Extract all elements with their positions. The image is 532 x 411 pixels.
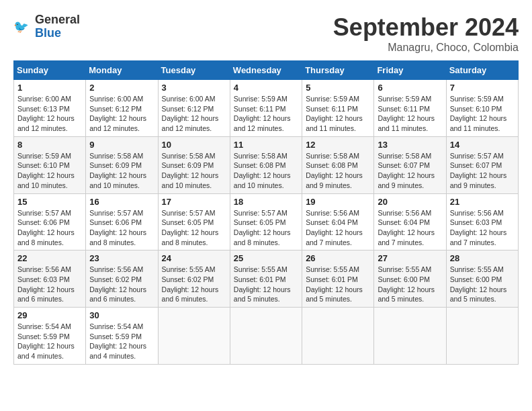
table-row: 12Sunrise: 5:58 AMSunset: 6:08 PMDayligh…: [302, 136, 374, 193]
table-row: 30Sunrise: 5:54 AMSunset: 5:59 PMDayligh…: [86, 308, 158, 365]
table-row: [230, 308, 302, 365]
table-row: 15Sunrise: 5:57 AMSunset: 6:06 PMDayligh…: [14, 193, 86, 250]
col-friday: Friday: [374, 61, 446, 80]
calendar-week-5: 29Sunrise: 5:54 AMSunset: 5:59 PMDayligh…: [14, 308, 519, 365]
table-row: 18Sunrise: 5:57 AMSunset: 6:05 PMDayligh…: [230, 193, 302, 250]
table-row: 22Sunrise: 5:56 AMSunset: 6:03 PMDayligh…: [14, 250, 86, 308]
page-header: 🐦 General Blue September 2024 Managru, C…: [13, 13, 519, 54]
calendar-week-1: 1Sunrise: 6:00 AMSunset: 6:13 PMDaylight…: [14, 80, 519, 137]
svg-text:🐦: 🐦: [13, 19, 29, 34]
table-row: 29Sunrise: 5:54 AMSunset: 5:59 PMDayligh…: [14, 308, 86, 365]
table-row: 20Sunrise: 5:56 AMSunset: 6:04 PMDayligh…: [374, 193, 446, 250]
table-row: 24Sunrise: 5:55 AMSunset: 6:02 PMDayligh…: [158, 250, 230, 308]
table-row: 5Sunrise: 5:59 AMSunset: 6:11 PMDaylight…: [302, 80, 374, 137]
table-row: 19Sunrise: 5:56 AMSunset: 6:04 PMDayligh…: [302, 193, 374, 250]
table-row: 7Sunrise: 5:59 AMSunset: 6:10 PMDaylight…: [446, 80, 518, 137]
calendar-title: September 2024 Managru, Choco, Colombia: [333, 13, 519, 54]
table-row: [158, 308, 230, 365]
calendar-week-4: 22Sunrise: 5:56 AMSunset: 6:03 PMDayligh…: [14, 250, 519, 308]
table-row: 10Sunrise: 5:58 AMSunset: 6:09 PMDayligh…: [158, 136, 230, 193]
logo-text: General Blue: [35, 13, 80, 40]
calendar-header-row: Sunday Monday Tuesday Wednesday Thursday…: [14, 61, 519, 80]
table-row: 4Sunrise: 5:59 AMSunset: 6:11 PMDaylight…: [230, 80, 302, 137]
table-row: 2Sunrise: 6:00 AMSunset: 6:12 PMDaylight…: [86, 80, 158, 137]
table-row: 25Sunrise: 5:55 AMSunset: 6:01 PMDayligh…: [230, 250, 302, 308]
table-row: 3Sunrise: 6:00 AMSunset: 6:12 PMDaylight…: [158, 80, 230, 137]
table-row: 1Sunrise: 6:00 AMSunset: 6:13 PMDaylight…: [14, 80, 86, 137]
col-sunday: Sunday: [14, 61, 86, 80]
table-row: 9Sunrise: 5:58 AMSunset: 6:09 PMDaylight…: [86, 136, 158, 193]
table-row: [374, 308, 446, 365]
table-row: 16Sunrise: 5:57 AMSunset: 6:06 PMDayligh…: [86, 193, 158, 250]
table-row: 13Sunrise: 5:58 AMSunset: 6:07 PMDayligh…: [374, 136, 446, 193]
table-row: 27Sunrise: 5:55 AMSunset: 6:00 PMDayligh…: [374, 250, 446, 308]
calendar-week-3: 15Sunrise: 5:57 AMSunset: 6:06 PMDayligh…: [14, 193, 519, 250]
col-wednesday: Wednesday: [230, 61, 302, 80]
location: Managru, Choco, Colombia: [333, 42, 519, 54]
table-row: 26Sunrise: 5:55 AMSunset: 6:01 PMDayligh…: [302, 250, 374, 308]
table-row: 11Sunrise: 5:58 AMSunset: 6:08 PMDayligh…: [230, 136, 302, 193]
col-tuesday: Tuesday: [158, 61, 230, 80]
table-row: 28Sunrise: 5:55 AMSunset: 6:00 PMDayligh…: [446, 250, 518, 308]
calendar-table: Sunday Monday Tuesday Wednesday Thursday…: [13, 60, 519, 365]
col-saturday: Saturday: [446, 61, 518, 80]
table-row: 8Sunrise: 5:59 AMSunset: 6:10 PMDaylight…: [14, 136, 86, 193]
logo-icon: 🐦: [13, 17, 32, 36]
table-row: 6Sunrise: 5:59 AMSunset: 6:11 PMDaylight…: [374, 80, 446, 137]
table-row: 21Sunrise: 5:56 AMSunset: 6:03 PMDayligh…: [446, 193, 518, 250]
table-row: [302, 308, 374, 365]
logo: 🐦 General Blue: [13, 13, 80, 40]
col-thursday: Thursday: [302, 61, 374, 80]
col-monday: Monday: [86, 61, 158, 80]
table-row: [446, 308, 518, 365]
month-year: September 2024: [333, 13, 519, 42]
table-row: 14Sunrise: 5:57 AMSunset: 6:07 PMDayligh…: [446, 136, 518, 193]
table-row: 23Sunrise: 5:56 AMSunset: 6:02 PMDayligh…: [86, 250, 158, 308]
table-row: 17Sunrise: 5:57 AMSunset: 6:05 PMDayligh…: [158, 193, 230, 250]
calendar-week-2: 8Sunrise: 5:59 AMSunset: 6:10 PMDaylight…: [14, 136, 519, 193]
